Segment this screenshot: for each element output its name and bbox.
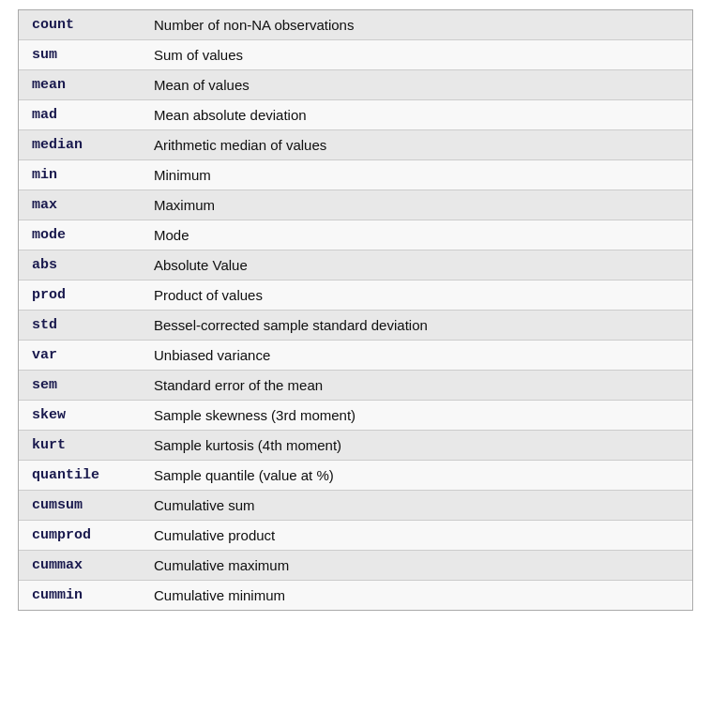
table-row: cummaxCumulative maximum [19, 551, 692, 581]
table-row: quantileSample quantile (value at %) [19, 461, 692, 491]
row-key: sum [19, 40, 141, 70]
row-key: median [19, 130, 141, 160]
row-description: Maximum [141, 190, 692, 220]
row-key: cumsum [19, 491, 141, 521]
row-key: cummin [19, 581, 141, 611]
table-row: stdBessel-corrected sample standard devi… [19, 311, 692, 341]
row-key: min [19, 160, 141, 190]
row-description: Mean absolute deviation [141, 100, 692, 130]
table-row: minMinimum [19, 160, 692, 190]
table-row: skewSample skewness (3rd moment) [19, 401, 692, 431]
row-description: Sample skewness (3rd moment) [141, 401, 692, 431]
row-key: mean [19, 70, 141, 100]
table-row: maxMaximum [19, 190, 692, 220]
row-description: Absolute Value [141, 250, 692, 281]
row-description: Cumulative product [141, 521, 692, 551]
row-description: Sample quantile (value at %) [141, 461, 692, 491]
row-description: Cumulative minimum [141, 581, 692, 611]
row-key: abs [19, 250, 141, 281]
row-key: max [19, 190, 141, 220]
table-row: medianArithmetic median of values [19, 130, 692, 160]
row-description: Mode [141, 220, 692, 250]
row-key: count [19, 10, 141, 40]
table-row: cumsumCumulative sum [19, 491, 692, 521]
row-description: Standard error of the mean [141, 371, 692, 401]
table-row: meanMean of values [19, 70, 692, 100]
row-key: kurt [19, 431, 141, 461]
row-key: cumprod [19, 521, 141, 551]
row-key: std [19, 311, 141, 341]
row-key: var [19, 341, 141, 371]
table-row: semStandard error of the mean [19, 371, 692, 401]
table-row: absAbsolute Value [19, 250, 692, 281]
table-row: countNumber of non-NA observations [19, 10, 692, 40]
row-description: Mean of values [141, 70, 692, 100]
row-description: Sum of values [141, 40, 692, 70]
table-row: modeMode [19, 220, 692, 250]
row-description: Unbiased variance [141, 341, 692, 371]
stats-table: countNumber of non-NA observationssumSum… [18, 9, 693, 611]
table-row: madMean absolute deviation [19, 100, 692, 130]
row-key: prod [19, 281, 141, 311]
table-row: cumminCumulative minimum [19, 581, 692, 611]
table-row: prodProduct of values [19, 281, 692, 311]
table-row: sumSum of values [19, 40, 692, 70]
row-description: Cumulative sum [141, 491, 692, 521]
row-description: Cumulative maximum [141, 551, 692, 581]
row-description: Product of values [141, 281, 692, 311]
table-row: kurtSample kurtosis (4th moment) [19, 431, 692, 461]
table-row: cumprodCumulative product [19, 521, 692, 551]
row-key: skew [19, 401, 141, 431]
row-description: Arithmetic median of values [141, 130, 692, 160]
row-description: Minimum [141, 160, 692, 190]
row-description: Number of non-NA observations [141, 10, 692, 40]
row-key: cummax [19, 551, 141, 581]
row-description: Sample kurtosis (4th moment) [141, 431, 692, 461]
row-key: sem [19, 371, 141, 401]
row-key: mode [19, 220, 141, 250]
row-key: quantile [19, 461, 141, 491]
row-description: Bessel-corrected sample standard deviati… [141, 311, 692, 341]
row-key: mad [19, 100, 141, 130]
table-row: varUnbiased variance [19, 341, 692, 371]
